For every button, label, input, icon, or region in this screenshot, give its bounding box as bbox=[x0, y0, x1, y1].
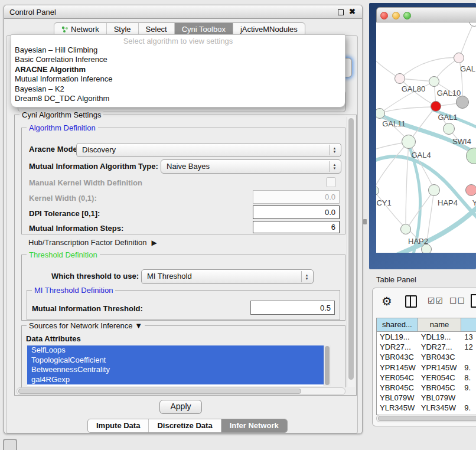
scrollbar-thumb[interactable] bbox=[378, 416, 476, 421]
attribute-item[interactable]: TopologicalCoefficient bbox=[27, 356, 331, 366]
table-cell[interactable]: YLR345W bbox=[418, 403, 462, 413]
scrollbar-thumb[interactable] bbox=[18, 389, 301, 394]
table-horizontal-scrollbar[interactable] bbox=[376, 415, 476, 422]
tab-discretize-data[interactable]: Discretize Data bbox=[149, 419, 221, 432]
network-node[interactable] bbox=[400, 224, 411, 234]
mac-zoom-button[interactable] bbox=[403, 12, 411, 19]
table-cell[interactable]: YDL19... bbox=[377, 332, 418, 342]
network-node[interactable] bbox=[402, 135, 416, 149]
table-cell[interactable]: YPR145W bbox=[418, 363, 462, 373]
algorithm-list-item[interactable]: Basic Correlation Inference bbox=[11, 55, 345, 64]
network-node[interactable] bbox=[428, 184, 440, 196]
mi-threshold-field[interactable]: 0.5 bbox=[250, 301, 335, 315]
table-cell[interactable]: YER054C bbox=[418, 373, 462, 383]
mac-minimize-button[interactable] bbox=[392, 12, 400, 19]
table-row[interactable]: YPR145WYPR145W9. bbox=[377, 363, 476, 373]
algorithm-list-item[interactable]: Dream8 DC_TDC Algorithm bbox=[11, 94, 345, 103]
apply-button[interactable]: Apply bbox=[159, 400, 202, 414]
attribute-item[interactable]: SelfLoops bbox=[27, 345, 331, 356]
table-cell[interactable]: YBL079W bbox=[418, 393, 462, 403]
network-node[interactable] bbox=[465, 184, 476, 196]
attribute-item[interactable]: gal4RGexp bbox=[27, 375, 331, 385]
tab-infer-network[interactable]: Infer Network bbox=[221, 419, 287, 432]
table-cell[interactable]: 13 bbox=[461, 332, 476, 342]
algorithm-list-item[interactable]: ARACNE Algorithm bbox=[11, 65, 345, 74]
table-row[interactable]: YLR345WYLR345W9. bbox=[377, 403, 476, 413]
table-cell[interactable] bbox=[461, 352, 476, 362]
close-icon[interactable]: ✖ bbox=[349, 7, 356, 16]
mi-steps-field[interactable]: 6 bbox=[253, 221, 340, 233]
attribute-item[interactable]: BetweennessCentrality bbox=[27, 365, 331, 375]
network-node[interactable] bbox=[431, 101, 441, 112]
table-row[interactable]: YER054CYER054C8. bbox=[377, 373, 476, 383]
network-canvas[interactable]: GALGAL80GAL10GAL1GAL11SWI4GAL4GCY1HAP4YH… bbox=[376, 22, 476, 253]
table-cell[interactable]: YDR27... bbox=[418, 342, 462, 352]
data-attributes-list[interactable]: SelfLoopsTopologicalCoefficientBetweenne… bbox=[27, 345, 331, 386]
mi-algorithm-type-combobox[interactable]: Naive Bayes ▲▼ bbox=[161, 159, 341, 174]
aracne-mode-combobox[interactable]: Discovery ▲▼ bbox=[76, 143, 341, 157]
table-cell[interactable]: YBR045C bbox=[418, 383, 462, 393]
hub-transcription-factor-section[interactable]: Hub/Transcription Factor Definition▶ bbox=[28, 238, 157, 247]
algorithm-list-items: Bayesian – Hill ClimbingBasic Correlatio… bbox=[11, 45, 345, 103]
table-cell[interactable]: YBR043C bbox=[377, 352, 418, 362]
network-window-titlebar[interactable] bbox=[376, 7, 476, 22]
table-cell[interactable]: 9. bbox=[461, 383, 476, 393]
table-row[interactable]: YDR27...YDR27...12 bbox=[377, 342, 476, 352]
table-cell[interactable] bbox=[461, 393, 476, 403]
manual-kernel-checkbox[interactable] bbox=[326, 177, 336, 187]
table-cell[interactable]: 12 bbox=[461, 342, 476, 352]
table-cell[interactable]: YDL19... bbox=[418, 332, 462, 342]
algorithm-list-item[interactable]: Bayesian – Hill Climbing bbox=[11, 45, 345, 55]
network-node[interactable] bbox=[395, 73, 405, 84]
mac-close-button[interactable] bbox=[380, 12, 388, 19]
table-cell[interactable]: YBR045C bbox=[377, 383, 418, 393]
float-window-icon[interactable] bbox=[338, 9, 344, 15]
collapse-arrow-icon[interactable]: ▼ bbox=[135, 321, 142, 330]
network-icon bbox=[61, 26, 69, 33]
network-node-label: GAL4 bbox=[411, 151, 431, 159]
kernel-width-field[interactable]: 0.0 bbox=[253, 190, 340, 204]
settings-vertical-scrollbar[interactable] bbox=[347, 117, 355, 387]
table-cell[interactable]: 9. bbox=[461, 363, 476, 373]
expand-arrow-icon[interactable]: ▶ bbox=[151, 239, 157, 247]
column-header-extra[interactable] bbox=[461, 318, 476, 331]
which-threshold-combobox[interactable]: MI Threshold ▲▼ bbox=[141, 269, 314, 284]
column-header-shared[interactable]: shared... bbox=[377, 318, 418, 331]
table-cell[interactable]: YER054C bbox=[377, 373, 418, 383]
table-cell[interactable]: YBL079W bbox=[377, 393, 418, 403]
table-cell[interactable]: YPR145W bbox=[377, 363, 418, 373]
attributes-scrollbar[interactable] bbox=[324, 345, 331, 386]
table-cell[interactable]: 8. bbox=[461, 373, 476, 383]
table-row[interactable]: YBR043CYBR043C bbox=[377, 352, 476, 362]
scrollbar-thumb[interactable] bbox=[325, 346, 330, 385]
network-node[interactable] bbox=[443, 123, 455, 135]
bottom-tab-bar: Impute Data Discretize Data Infer Networ… bbox=[87, 419, 288, 433]
table-cell[interactable]: YBR043C bbox=[418, 352, 462, 362]
split-columns-icon[interactable] bbox=[405, 295, 417, 308]
settings-horizontal-scrollbar[interactable] bbox=[17, 387, 345, 395]
network-node[interactable] bbox=[454, 53, 464, 63]
stepper-arrows-icon: ▲▼ bbox=[329, 145, 340, 155]
table-row[interactable]: YBL079WYBL079W bbox=[377, 393, 476, 403]
network-node[interactable] bbox=[456, 96, 469, 109]
gear-icon[interactable]: ⚙ bbox=[382, 294, 392, 308]
table-cell[interactable]: YDR27... bbox=[377, 342, 418, 352]
document-icon[interactable] bbox=[471, 294, 476, 308]
table-row[interactable]: YDL19...YDL19...13 bbox=[377, 332, 476, 342]
network-node[interactable] bbox=[421, 244, 432, 253]
table-cell[interactable]: 9. bbox=[461, 403, 476, 413]
scrollbar-thumb[interactable] bbox=[348, 118, 354, 380]
table-row[interactable]: YBR045CYBR045C9. bbox=[377, 383, 476, 393]
node-table[interactable]: shared... name YDL19...YDL19...13YDR27..… bbox=[376, 318, 476, 415]
table-cell[interactable]: YLR345W bbox=[377, 403, 418, 413]
dpi-tolerance-field[interactable]: 0.0 bbox=[253, 206, 340, 219]
unchecked-checkboxes-icon[interactable]: ☐☐ bbox=[449, 296, 465, 305]
pane-divider-grip[interactable] bbox=[363, 219, 367, 224]
checked-checkboxes-icon[interactable]: ☑☑ bbox=[428, 296, 444, 305]
restore-panel-icon[interactable] bbox=[3, 439, 17, 450]
algorithm-list-item[interactable]: Bayesian – K2 bbox=[11, 84, 345, 94]
network-node[interactable] bbox=[429, 76, 439, 87]
algorithm-list-item[interactable]: Mutual Information Inference bbox=[11, 74, 345, 84]
column-header-name[interactable]: name bbox=[418, 318, 462, 331]
tab-impute-data[interactable]: Impute Data bbox=[88, 419, 149, 432]
